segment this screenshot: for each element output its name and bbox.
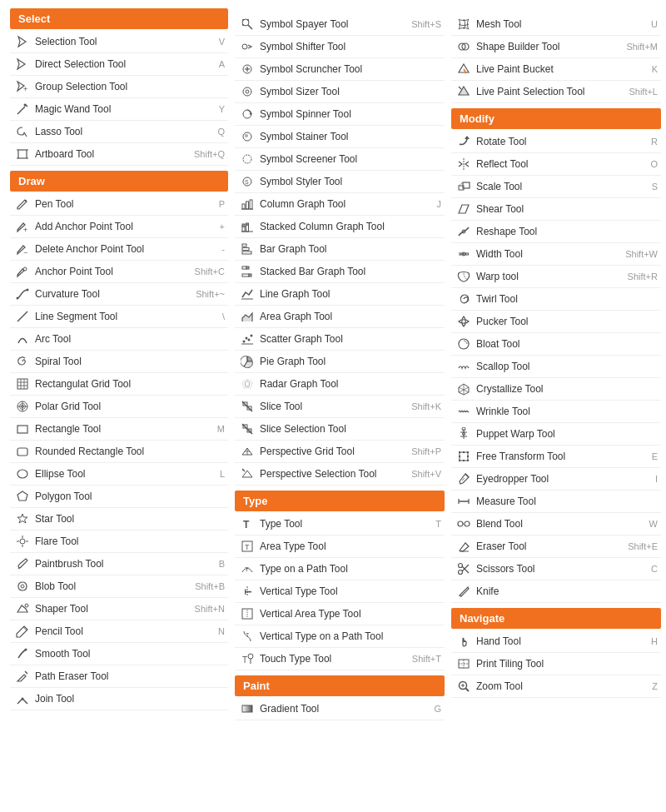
tool-item[interactable]: Pie Graph Tool (235, 351, 445, 373)
tool-item[interactable]: Symbol Spayer ToolShift+S (235, 13, 445, 36)
tool-item[interactable]: Bloat Tool (451, 333, 661, 356)
tool-item[interactable]: Anchor Point ToolShift+C (10, 261, 228, 283)
tool-item[interactable]: Scatter Graph Tool (235, 328, 445, 351)
wand-icon (13, 101, 32, 117)
tool-item[interactable]: Blend ToolW (451, 513, 661, 536)
tool-item[interactable]: Symbol Screener Tool (235, 148, 445, 171)
tool-item[interactable]: Rectangle ToolM (10, 418, 228, 441)
tool-item[interactable]: Blob ToolShift+B (10, 575, 228, 598)
tool-item[interactable]: TVertical Type on a Path Tool (235, 625, 445, 648)
tool-item[interactable]: Vertical Area Type Tool (235, 603, 445, 625)
tool-item[interactable]: Warp toolShift+R (451, 266, 661, 288)
tool-item[interactable]: Mesh ToolU (451, 13, 661, 36)
tool-item[interactable]: Polygon Tool (10, 486, 228, 508)
tool-item[interactable]: Direct Selection ToolA (10, 53, 228, 76)
tool-item[interactable]: Path Eraser Tool (10, 665, 228, 688)
tool-item[interactable]: Paintbrush ToolB (10, 553, 228, 575)
tool-item[interactable]: TType ToolT (235, 513, 445, 536)
tool-item[interactable]: Zoom ToolZ (451, 675, 661, 698)
svg-marker-30 (17, 514, 27, 523)
tool-item[interactable]: Gradient ToolG (235, 698, 445, 720)
tool-item[interactable]: Selection ToolV (10, 31, 228, 53)
tool-item[interactable]: +Group Selection Tool (10, 76, 228, 98)
tool-item[interactable]: Rounded Rectangle Tool (10, 441, 228, 463)
tool-item[interactable]: Stacked Column Graph Tool (235, 216, 445, 238)
tool-name: Polygon Tool (32, 491, 225, 502)
tool-item[interactable]: Arc Tool (10, 328, 228, 351)
tool-item[interactable]: Shear Tool (451, 198, 661, 221)
tool-item[interactable]: Puppet Warp Tool (451, 423, 661, 446)
tool-item[interactable]: TVertical Type Tool (235, 580, 445, 603)
svg-point-37 (25, 604, 28, 607)
tool-item[interactable]: Radar Graph Tool (235, 373, 445, 396)
tool-item[interactable]: Shape Builder ToolShift+M (451, 36, 661, 58)
tool-item[interactable]: Slice Selection Tool (235, 418, 445, 441)
tool-item[interactable]: Pen ToolP (10, 193, 228, 216)
blob-icon (13, 578, 32, 595)
tool-item[interactable]: Scale ToolS (451, 176, 661, 198)
tool-item[interactable]: Reshape Tool (451, 221, 661, 243)
tool-item[interactable]: SSymbol Styler Tool (235, 171, 445, 193)
tool-item[interactable]: Free Transform ToolE (451, 446, 661, 468)
tool-item[interactable]: Symbol Scruncher Tool (235, 58, 445, 81)
tool-item[interactable]: Scallop Tool (451, 356, 661, 378)
tool-item[interactable]: Ellipse ToolL (10, 463, 228, 486)
tool-item[interactable]: Hand ToolH (451, 630, 661, 653)
tool-name: Live Paint Bucket (473, 63, 652, 75)
tool-item[interactable]: Perspective Grid ToolShift+P (235, 441, 445, 463)
tool-item[interactable]: Slice ToolShift+K (235, 396, 445, 418)
tool-item[interactable]: Flare Tool (10, 531, 228, 553)
tool-item[interactable]: Print Tiling Tool (451, 653, 661, 675)
tool-item[interactable]: Column Graph ToolJ (235, 193, 445, 216)
tool-item[interactable]: Live Paint Selection ToolShift+L (451, 81, 661, 103)
tool-item[interactable]: Scissors ToolC (451, 558, 661, 580)
tool-item[interactable]: Join Tool (10, 688, 228, 710)
tool-item[interactable]: Area Graph Tool (235, 306, 445, 328)
tool-name: Symbol Spinner Tool (256, 108, 441, 120)
tool-name: Crystallize Tool (473, 383, 658, 395)
tool-item[interactable]: Curvature ToolShift+~ (10, 283, 228, 306)
tool-item[interactable]: Rectangulat Grid Tool (10, 373, 228, 396)
areagraph-icon (238, 308, 256, 325)
tool-item[interactable]: +Add Anchor Point Tool+ (10, 216, 228, 238)
tool-item[interactable]: Line Graph Tool (235, 283, 445, 306)
tool-item[interactable]: Eyedropper ToolI (451, 468, 661, 491)
tool-shortcut: B (219, 559, 225, 569)
svg-marker-106 (465, 136, 470, 139)
tool-item[interactable]: Twirl Tool (451, 288, 661, 311)
tool-item[interactable]: Symbol Sizer Tool (235, 81, 445, 103)
tool-item[interactable]: Crystallize Tool (451, 378, 661, 401)
tool-item[interactable]: Symbol Shifter Tool (235, 36, 445, 58)
tool-item[interactable]: Measure Tool (451, 491, 661, 513)
tool-item[interactable]: Artboard ToolShift+Q (10, 143, 228, 166)
tool-item[interactable]: Symbol Spinner Tool (235, 103, 445, 126)
tool-item[interactable]: −Delete Anchor Point Tool- (10, 238, 228, 261)
tool-item[interactable]: Eraser ToolShift+E (451, 536, 661, 558)
tool-item[interactable]: Smooth Tool (10, 643, 228, 665)
tool-item[interactable]: Bar Graph Tool (235, 238, 445, 261)
tool-name: Pucker Tool (473, 316, 658, 327)
tool-item[interactable]: Rotate ToolR (451, 131, 661, 153)
svg-rect-128 (467, 456, 469, 457)
tool-item[interactable]: TType on a Path Tool (235, 558, 445, 580)
tool-item[interactable]: Pencil ToolN (10, 620, 228, 643)
tool-item[interactable]: Lasso ToolQ (10, 121, 228, 143)
tool-item[interactable]: Spiral Tool (10, 351, 228, 373)
tool-item[interactable]: Live Paint BucketK (451, 58, 661, 81)
tool-item[interactable]: Knife (451, 580, 661, 603)
tool-item[interactable]: Magic Wand ToolY (10, 98, 228, 121)
tool-item[interactable]: TArea Type Tool (235, 536, 445, 558)
tool-item[interactable]: Perspective Selection ToolShift+V (235, 463, 445, 486)
tool-item[interactable]: Polar Grid Tool (10, 396, 228, 418)
tool-item[interactable]: Line Segment Tool\ (10, 306, 228, 328)
tool-item[interactable]: Pucker Tool (451, 311, 661, 333)
tool-item[interactable]: Star Tool (10, 508, 228, 531)
bargraph-icon (238, 241, 256, 257)
tool-item[interactable]: Reflect ToolO (451, 153, 661, 176)
tool-item[interactable]: Symbol Stainer Tool (235, 126, 445, 148)
tool-item[interactable]: Wrinkle Tool (451, 401, 661, 423)
tool-item[interactable]: Shaper ToolShift+N (10, 598, 228, 620)
tool-item[interactable]: Width ToolShift+W (451, 243, 661, 266)
tool-item[interactable]: Stacked Bar Graph Tool (235, 261, 445, 283)
tool-item[interactable]: TTouch Type ToolShift+T (235, 648, 445, 670)
